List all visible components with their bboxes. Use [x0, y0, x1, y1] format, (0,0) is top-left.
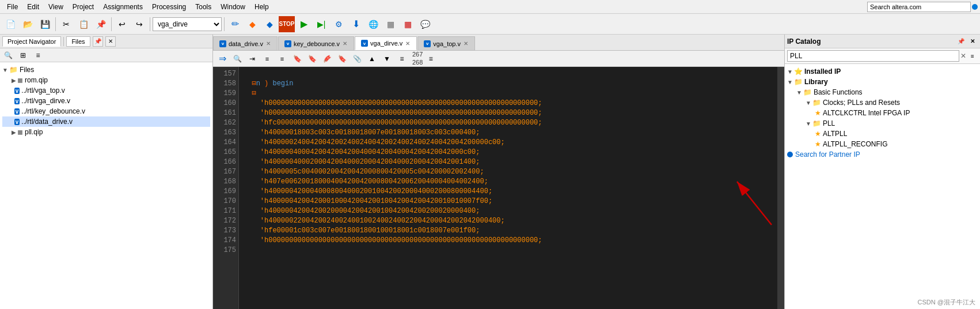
tab-close-data-drive[interactable]: ✕ [265, 40, 271, 47]
menu-help[interactable]: Help [250, 2, 274, 12]
tab-label-vga-dirve: vga_dirve.v [370, 40, 402, 47]
attach-button[interactable]: 📎 [350, 52, 364, 65]
hierarchy-button[interactable]: ≡ [31, 49, 45, 62]
ip-search-partner-item[interactable]: Search for Partner IP [787, 149, 978, 160]
cut-button[interactable]: ✂ [58, 16, 74, 32]
arrow-down-button[interactable]: ▼ [380, 52, 394, 65]
toolbar-sep-3 [150, 17, 150, 31]
ip-installed-section[interactable]: ▼ ⭐ Installed IP [787, 66, 978, 77]
tab-key-debounce[interactable]: v key_debounce.v ✕ [278, 36, 354, 50]
installed-ip-label: Installed IP [804, 67, 841, 76]
panel-close-button[interactable]: ✕ [105, 36, 116, 47]
watermark: CSDN @混子牛江大 [918, 298, 975, 307]
editor-scrollbar[interactable] [777, 67, 784, 309]
tab-vga-dirve[interactable]: v vga_dirve.v ✕ [355, 36, 417, 50]
more-options-button[interactable]: ≡ [424, 52, 438, 65]
basic-functions-icon: 📁 [803, 88, 812, 96]
ip-search-input[interactable] [787, 50, 959, 62]
menu-window[interactable]: Window [216, 2, 250, 12]
project-dropdown[interactable]: vga_dirve [153, 17, 222, 31]
library-folder-icon: 📁 [794, 78, 803, 86]
undo-button[interactable]: ↩ [114, 16, 130, 32]
copy-button[interactable]: 📋 [75, 16, 92, 32]
ip-search-clear-button[interactable]: ✕ [960, 52, 966, 60]
stop-button[interactable]: STOP [279, 16, 295, 32]
tab-close-key-debounce[interactable]: ✕ [342, 40, 348, 47]
start-compilation-button[interactable]: ◆ [244, 16, 260, 32]
ip-clocks-folder[interactable]: ▼ 📁 Clocks; PLLs and Resets [787, 97, 978, 108]
go-to-definition-button[interactable]: ⇒ [215, 52, 229, 65]
tree-item-key-debounce[interactable]: v ../rtl/key_debounce.v [2, 106, 210, 116]
expand-all-button[interactable]: ⊞ [16, 49, 30, 62]
ip-catalog-header-actions: 📌 ✕ [956, 36, 978, 47]
paste-button[interactable]: 📌 [93, 16, 109, 32]
play-button[interactable]: ▶ [296, 16, 312, 32]
pll-qip-label: pll.qip [25, 128, 43, 136]
chat-button[interactable]: 💬 [417, 16, 433, 32]
key-debounce-toggle [12, 108, 13, 115]
bookmark-add-button[interactable]: 🔖 [290, 52, 304, 65]
clear-bookmarks-button[interactable]: 🔖 [335, 52, 349, 65]
tree-item-rom-qip[interactable]: ▶ ◼ rom.qip [2, 75, 210, 85]
code-editor: 1571581591601611621631641651661671681691… [213, 67, 784, 309]
ip-library-folder[interactable]: ▼ 📁 Library [787, 77, 978, 87]
files-tab[interactable]: Files [66, 36, 90, 47]
find-button[interactable]: 🔍 [230, 52, 244, 65]
indent-button[interactable]: ⇥ [245, 52, 259, 65]
altpll-star-icon: ★ [815, 130, 821, 138]
download-button[interactable]: ⬇ [348, 16, 364, 32]
tab-icon-key-debounce: v [284, 40, 291, 47]
unindent-button[interactable]: ≡ [260, 52, 274, 65]
project-navigator-tab[interactable]: Project Navigator [2, 36, 61, 47]
chip2-button[interactable]: ▦ [400, 16, 416, 32]
tree-item-pll-qip[interactable]: ▶ ◼ pll.qip [2, 127, 210, 137]
step-button[interactable]: ▶| [313, 16, 329, 32]
bookmark-next-button[interactable]: 🔖 [320, 52, 334, 65]
library-toggle: ▼ [787, 79, 793, 85]
code-content[interactable]: ⊟n ) begin ⊟ 'h0000000000000000000000000… [239, 67, 777, 309]
menu-project[interactable]: Project [68, 2, 98, 12]
tab-close-vga-dirve[interactable]: ✕ [405, 40, 411, 47]
new-file-button[interactable]: 📄 [2, 16, 18, 32]
left-panel-header: Project Navigator Files 📌 ✕ [0, 35, 212, 48]
ip-catalog-pin-button[interactable]: 📌 [956, 36, 966, 47]
network-button[interactable]: 🌐 [365, 16, 381, 32]
ip-altpll-reconfig-item[interactable]: ★ ALTPLL_RECONFIG [787, 139, 978, 149]
tab-close-vga-top[interactable]: ✕ [463, 40, 469, 47]
menu-assignments[interactable]: Assignments [98, 2, 147, 12]
search-input[interactable] [867, 2, 971, 12]
bookmark-prev-button[interactable]: 🔖 [305, 52, 319, 65]
menu-edit[interactable]: Edit [22, 2, 44, 12]
chip-button[interactable]: ▦ [382, 16, 398, 32]
tree-files-root[interactable]: ▼ 📁 Files [2, 65, 210, 75]
pll-folder-toggle: ▼ [806, 120, 811, 127]
editor-tabs: v data_drive.v ✕ v key_debounce.v ✕ v vg… [213, 35, 784, 51]
menu-file[interactable]: File [2, 2, 22, 12]
save-button[interactable]: 💾 [37, 16, 53, 32]
config-button[interactable]: ⚙ [331, 16, 347, 32]
tab-vga-top[interactable]: v vga_top.v ✕ [417, 36, 475, 50]
start-button[interactable]: ◆ [261, 16, 278, 32]
ip-pll-folder[interactable]: ▼ 📁 PLL [787, 118, 978, 129]
search-files-button[interactable]: 🔍 [1, 49, 15, 62]
open-file-button[interactable]: 📂 [20, 16, 36, 32]
panel-pin-button[interactable]: 📌 [93, 36, 103, 47]
redo-button[interactable]: ↪ [131, 16, 147, 32]
tab-data-drive[interactable]: v data_drive.v ✕ [213, 36, 278, 50]
ip-search-options-button[interactable]: ≡ [967, 51, 978, 61]
menu-view[interactable]: View [44, 2, 68, 12]
menu-processing[interactable]: Processing [147, 2, 191, 12]
line-counter-top: 267 [412, 51, 423, 58]
toggle-button[interactable]: ≡ [275, 52, 289, 65]
toggle2-button[interactable]: ≡ [395, 52, 409, 65]
menu-tools[interactable]: Tools [191, 2, 216, 12]
arrow-up-button[interactable]: ▲ [365, 52, 379, 65]
tree-item-vga-top[interactable]: v ../rtl/vga_top.v [2, 85, 210, 96]
ip-catalog-close-button[interactable]: ✕ [967, 36, 978, 47]
ip-altclkctrl-item[interactable]: ★ ALTCLKCTRL Intel FPGA IP [787, 108, 978, 118]
ip-altpll-item[interactable]: ★ ALTPLL [787, 129, 978, 139]
analyze-button[interactable]: ✏ [227, 16, 243, 32]
tree-item-data-drive[interactable]: v ../rtl/data_drive.v [2, 116, 210, 127]
tree-item-vga-dirve[interactable]: v ../rtl/vga_dirve.v [2, 96, 210, 106]
ip-basic-functions-folder[interactable]: ▼ 📁 Basic Functions [787, 87, 978, 97]
